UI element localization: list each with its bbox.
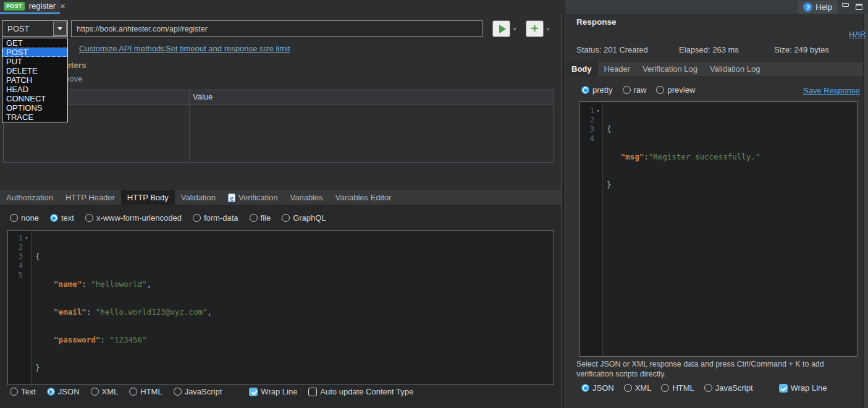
code-line: { <box>35 252 212 261</box>
close-icon[interactable]: × <box>60 2 65 10</box>
radio-format-xml[interactable]: XML <box>91 387 119 396</box>
tab-validation[interactable]: Validation <box>175 190 222 205</box>
radio-preview[interactable]: preview <box>656 85 695 95</box>
method-select-arrow-button[interactable] <box>53 22 67 36</box>
method-option-put[interactable]: PUT <box>2 57 67 66</box>
response-code[interactable]: { "msg":"Register successfully." } <box>603 102 760 356</box>
request-code[interactable]: { "name": "helloworld", "email": "hello.… <box>32 231 212 385</box>
radio-none[interactable]: none <box>10 213 39 223</box>
radio-format-text[interactable]: Text <box>10 387 36 396</box>
radio-text-label: text <box>61 213 74 223</box>
radio-text[interactable]: text <box>50 213 74 223</box>
radio-resp-javascript-label: JavaScript <box>715 383 753 393</box>
timeout-settings-link[interactable]: Set timeout and response size limit <box>166 44 290 53</box>
add-options-chevron-icon[interactable]: ▾ <box>547 26 550 32</box>
value-column-header: Value <box>193 92 213 101</box>
method-option-connect[interactable]: CONNECT <box>2 94 67 103</box>
radio-format-javascript[interactable]: JavaScript <box>174 387 222 396</box>
tab-verification-log-label: Verification Log <box>643 64 697 74</box>
code-line: } <box>35 363 212 372</box>
maximize-button[interactable] <box>851 0 867 14</box>
radio-preview-circle <box>656 86 664 94</box>
wrap-line-checkbox[interactable]: Wrap Line <box>249 387 297 396</box>
radio-preview-label: preview <box>667 85 695 95</box>
help-label: Help <box>815 2 832 12</box>
radio-resp-json[interactable]: JSON <box>581 383 614 393</box>
radio-pretty[interactable]: pretty <box>581 85 613 95</box>
code-line: "name": "helloworld", <box>35 279 212 289</box>
method-option-patch[interactable]: PATCH <box>2 75 67 85</box>
plus-icon: + <box>531 22 538 35</box>
send-options-chevron-icon[interactable]: ▾ <box>513 26 516 32</box>
add-request-button[interactable]: + <box>526 20 544 37</box>
radio-format-html[interactable]: HTML <box>129 387 162 396</box>
tab-variables[interactable]: Variables <box>284 190 329 205</box>
request-tab-bar: Authorization HTTP Header HTTP Body Vali… <box>0 190 561 205</box>
fold-arrow-icon[interactable]: ▾ <box>595 108 601 114</box>
radio-resp-xml-label: XML <box>635 383 652 393</box>
radio-resp-javascript[interactable]: JavaScript <box>704 383 753 393</box>
play-icon <box>499 25 506 33</box>
url-input[interactable] <box>71 20 482 37</box>
method-option-trace[interactable]: TRACE <box>2 113 67 122</box>
method-option-delete[interactable]: DELETE <box>2 66 67 75</box>
radio-format-html-circle <box>129 388 137 396</box>
tab-authorization[interactable]: Authorization <box>0 190 59 205</box>
method-select[interactable]: POST <box>2 20 68 37</box>
panel-resize-divider[interactable] <box>561 14 565 408</box>
radio-resp-json-label: JSON <box>592 383 614 393</box>
maximize-icon <box>856 4 862 10</box>
tab-response-header[interactable]: Header <box>598 62 637 76</box>
method-select-value: POST <box>7 24 29 33</box>
response-editor-gutter: 1▾ 2 3 4 <box>580 102 603 356</box>
radio-resp-html-label: HTML <box>672 383 694 393</box>
method-option-post[interactable]: POST <box>2 48 67 57</box>
radio-x-www-form-urlencoded[interactable]: x-www-form-urlencoded <box>85 213 182 223</box>
send-request-button[interactable] <box>492 20 510 37</box>
method-dropdown-list: GET POST PUT DELETE PATCH HEAD CONNECT O… <box>2 38 68 122</box>
help-icon: ? <box>803 2 812 12</box>
auto-update-content-type-checkbox[interactable]: Auto update Content Type <box>308 387 413 396</box>
resp-wrap-line-checkbox[interactable]: Wrap Line <box>779 383 827 393</box>
tab-validation-log[interactable]: Validation Log <box>704 62 766 76</box>
save-response-link[interactable]: Save Response <box>803 86 860 95</box>
radio-resp-xml[interactable]: XML <box>624 383 652 393</box>
parameters-table[interactable]: Value <box>3 90 554 163</box>
line-number: 1 <box>590 106 594 115</box>
radio-pretty-circle <box>581 86 589 94</box>
response-view-radio-group: pretty raw preview <box>581 85 695 95</box>
method-option-head[interactable]: HEAD <box>2 85 67 94</box>
method-option-options[interactable]: OPTIONS <box>2 103 67 113</box>
customize-api-methods-link[interactable]: Customize API methods <box>79 44 165 53</box>
method-option-get[interactable]: GET <box>2 38 67 48</box>
tab-http-body[interactable]: HTTP Body <box>121 190 175 205</box>
response-status: Status: 201 Created <box>576 45 648 54</box>
chevron-down-icon <box>57 27 62 30</box>
help-button[interactable]: ? Help <box>798 1 838 14</box>
tab-verification-log[interactable]: Verification Log <box>636 62 704 76</box>
wrap-line-checkbox-box <box>249 388 258 396</box>
tab-response-body[interactable]: Body <box>565 62 598 76</box>
fold-arrow-icon[interactable]: ▾ <box>23 235 30 241</box>
har-link[interactable]: HAR <box>849 30 866 39</box>
resp-wrap-line-checkbox-box <box>779 384 788 393</box>
line-number: 3 <box>590 125 594 134</box>
tab-variables-editor[interactable]: Variables Editor <box>329 190 398 205</box>
response-body-editor[interactable]: 1▾ 2 3 4 { "msg":"Register successfully.… <box>579 101 857 357</box>
radio-resp-html[interactable]: HTML <box>661 383 694 393</box>
radio-raw[interactable]: raw <box>623 85 647 95</box>
tab-verification[interactable]: g Verification <box>222 190 284 205</box>
radio-file[interactable]: file <box>250 213 271 223</box>
line-number: 2 <box>590 116 594 124</box>
radio-resp-json-circle <box>581 384 589 392</box>
radio-format-json[interactable]: JSON <box>47 387 80 396</box>
radio-format-html-label: HTML <box>140 387 162 396</box>
radio-form-data[interactable]: form-data <box>193 213 238 223</box>
request-document-tab[interactable]: POST register × <box>0 0 60 14</box>
radio-none-circle <box>10 214 18 222</box>
body-type-radio-group: none text x-www-form-urlencoded form-dat… <box>10 213 326 223</box>
radio-graphql-circle <box>282 214 290 222</box>
tab-http-header[interactable]: HTTP Header <box>59 190 121 205</box>
radio-graphql[interactable]: GraphQL <box>282 213 326 223</box>
request-body-editor[interactable]: 1▾ 2 3 4 5 { "name": "helloworld", "emai… <box>7 230 554 385</box>
